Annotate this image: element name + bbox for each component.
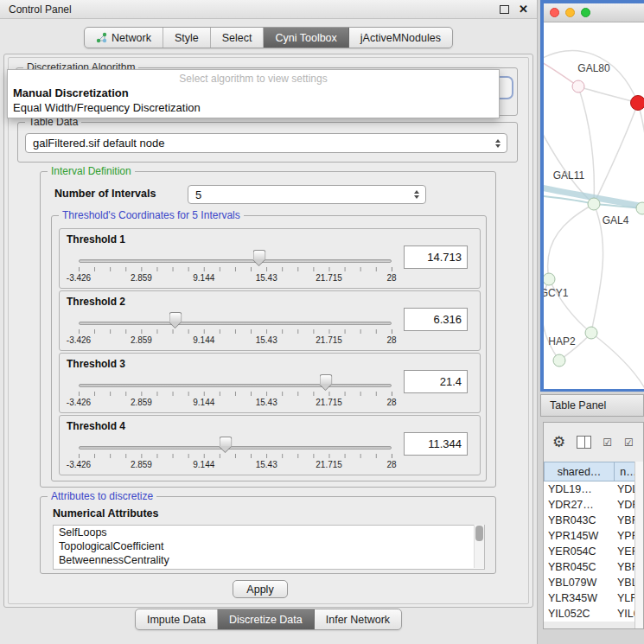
slider-track[interactable] — [79, 384, 392, 387]
apply-button[interactable]: Apply — [233, 580, 288, 598]
network-node[interactable] — [588, 198, 601, 211]
threshold-1-slider[interactable]: -3.4262.8599.14415.4321.71528 — [79, 229, 392, 288]
tick-label: 15.43 — [256, 460, 277, 469]
threshold-4-box: Threshold 4 -3.4262.8599.14415.4321.7152… — [59, 415, 481, 475]
screen: Control Panel ✕ Network Style — [0, 0, 644, 644]
threshold-3-slider[interactable]: -3.4262.8599.14415.4321.71528 — [79, 354, 392, 412]
tick-label: 21.715 — [316, 460, 342, 469]
tab-label: Select — [222, 32, 252, 44]
network-view-window: GAL80GAL11GAL4GCY1HAP2 — [540, 0, 644, 392]
slider-thumb[interactable] — [220, 437, 233, 452]
table-row[interactable]: YBL079WYBL0 — [544, 575, 643, 590]
tick-label: 15.43 — [256, 273, 277, 283]
table-row[interactable]: YBR045CYBR0 — [544, 559, 643, 575]
dropdown-option-equal-width[interactable]: Equal Width/Frequency Discretization — [8, 99, 499, 114]
threshold-3-value-field[interactable]: 21.4 — [404, 370, 468, 393]
tick-label: 21.715 — [316, 273, 342, 283]
slider-track[interactable] — [79, 259, 392, 263]
list-item[interactable]: TopologicalCoefficient — [54, 539, 484, 553]
tab-label: Discretize Data — [229, 614, 303, 626]
number-of-intervals-combobox[interactable]: 5 — [188, 185, 426, 204]
dropdown-placeholder: Select algorithm to view settings — [8, 70, 499, 85]
dropdown-option-manual[interactable]: Manual Discretization — [8, 85, 499, 99]
network-node[interactable] — [585, 327, 598, 340]
tick-label: 2.859 — [131, 273, 152, 283]
table-row[interactable]: YPR145WYPR1 — [544, 528, 643, 544]
gear-icon[interactable]: ⚙ — [552, 435, 565, 450]
network-canvas[interactable]: GAL80GAL11GAL4GCY1HAP2 — [544, 22, 644, 389]
slider-thumb[interactable] — [319, 374, 332, 390]
select-none-checkbox-icon[interactable]: ☑ — [624, 437, 634, 448]
slider-scale-labels: -3.4262.8599.14415.4321.71528 — [79, 273, 392, 284]
table-data-combobox[interactable]: galFiltered.sif default node — [25, 133, 507, 153]
table-panel-title: Table Panel — [550, 399, 606, 411]
combobox-value: 5 — [195, 188, 201, 201]
network-node[interactable] — [630, 95, 644, 111]
tab-jactivemnodules[interactable]: jActiveMNodules — [349, 28, 452, 48]
network-node[interactable] — [553, 354, 566, 367]
table-row[interactable]: YDR27…YDR2 — [544, 497, 643, 513]
slider-ticks — [79, 267, 392, 271]
control-panel-titlebar: Control Panel ✕ — [0, 0, 537, 19]
close-icon[interactable]: ✕ — [519, 3, 528, 15]
tick-label: 28 — [386, 460, 396, 469]
tick-label: 21.715 — [316, 398, 342, 407]
minimize-traffic-light-icon[interactable] — [565, 8, 575, 17]
slider-thumb[interactable] — [252, 250, 265, 265]
zoom-traffic-light-icon[interactable] — [581, 8, 590, 17]
node-label: HAP2 — [548, 335, 575, 348]
table-scrollbar[interactable] — [634, 462, 643, 628]
tick-label: 9.144 — [193, 273, 214, 283]
table-row[interactable]: YLR345WYLR3 — [544, 590, 643, 606]
tick-label: -3.426 — [67, 398, 91, 407]
list-item[interactable]: SelfLoops — [54, 526, 484, 539]
float-window-icon[interactable] — [500, 5, 509, 14]
tab-infer-network[interactable]: Infer Network — [315, 609, 401, 629]
number-of-intervals-label: Number of Intervals — [54, 188, 156, 200]
slider-track[interactable] — [79, 322, 392, 325]
tab-select[interactable]: Select — [211, 28, 265, 48]
tick-label: 28 — [386, 398, 396, 407]
tab-discretize-data[interactable]: Discretize Data — [218, 609, 315, 629]
threshold-1-value-field[interactable]: 14.713 — [404, 245, 468, 269]
tab-label: Impute Data — [147, 614, 206, 626]
list-scrollbar[interactable] — [474, 525, 484, 568]
columns-icon[interactable] — [577, 436, 591, 449]
list-item[interactable]: BetweennessCentrality — [54, 553, 484, 567]
slider-ticks — [79, 329, 392, 334]
cell-shared-name: YBR043C — [544, 514, 615, 526]
bottom-tabs: Impute Data Discretize Data Infer Networ… — [135, 609, 402, 630]
tab-label: jActiveMNodules — [360, 32, 441, 44]
threshold-2-slider[interactable]: -3.4262.8599.14415.4321.71528 — [79, 291, 392, 350]
threshold-2-value-field[interactable]: 6.316 — [404, 308, 468, 331]
select-all-checkbox-icon[interactable]: ☑ — [603, 437, 613, 448]
table-panel-header[interactable]: Table Panel — [540, 394, 644, 417]
numerical-attributes-label: Numerical Attributes — [53, 507, 158, 520]
table-row[interactable]: YIL052CYIL0 — [544, 606, 643, 622]
table-row[interactable]: YDL19…YDL1 — [544, 481, 643, 497]
threshold-4-value-field[interactable]: 11.344 — [404, 432, 468, 456]
network-node[interactable] — [636, 202, 644, 215]
numerical-attributes-list[interactable]: SelfLoopsTopologicalCoefficientBetweenne… — [53, 525, 485, 570]
interval-definition-group: Interval Definition Number of Intervals … — [40, 171, 496, 488]
tab-style[interactable]: Style — [163, 28, 211, 48]
slider-ticks — [79, 454, 392, 458]
close-traffic-light-icon[interactable] — [550, 8, 559, 17]
scrollbar-thumb[interactable] — [475, 526, 483, 541]
tick-label: 2.859 — [131, 335, 152, 345]
tick-label: -3.426 — [67, 273, 91, 283]
tab-label: Infer Network — [326, 614, 390, 626]
cell-shared-name: YIL052C — [544, 608, 615, 620]
slider-track[interactable] — [79, 446, 392, 450]
slider-scale-labels: -3.4262.8599.14415.4321.71528 — [79, 460, 392, 470]
table-row[interactable]: YER054CYER0 — [544, 544, 643, 559]
tab-cyni-toolbox[interactable]: Cyni Toolbox — [264, 28, 348, 48]
tab-label: Cyni Toolbox — [275, 32, 336, 44]
tab-impute-data[interactable]: Impute Data — [136, 609, 218, 629]
tab-network[interactable]: Network — [85, 28, 163, 48]
table-row[interactable]: YBR043CYBR0 — [544, 513, 643, 528]
network-node[interactable] — [572, 80, 585, 93]
column-header-shared-name[interactable]: shared… — [544, 462, 615, 481]
slider-thumb[interactable] — [169, 312, 182, 328]
threshold-4-slider[interactable]: -3.4262.8599.14415.4321.71528 — [79, 416, 392, 475]
